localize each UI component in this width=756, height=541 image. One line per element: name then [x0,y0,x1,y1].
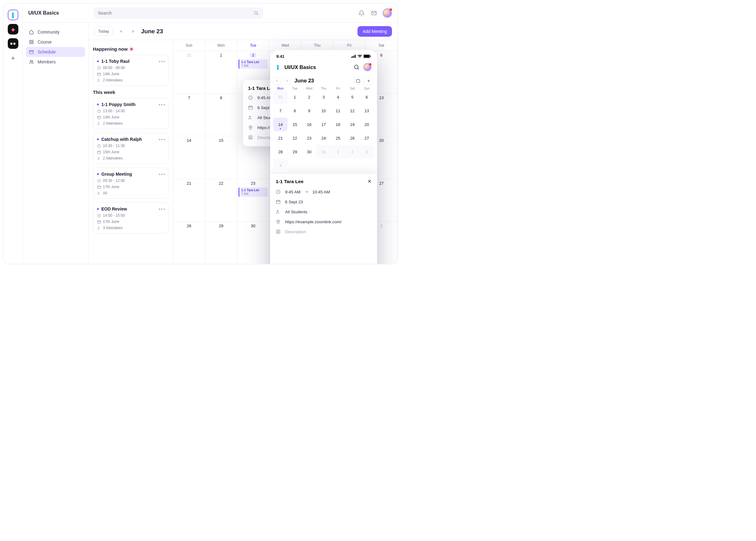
mobile-prev-month[interactable] [273,77,281,85]
text-icon [276,229,281,234]
mobile-day-cell[interactable]: 3 [316,90,331,104]
mobile-day-cell[interactable]: 1 [287,90,302,104]
mobile-day-cell[interactable]: 8 [287,104,302,118]
svg-point-40 [277,210,278,212]
day-cell[interactable]: 8 [205,93,237,136]
mobile-day-cell[interactable]: 31 [273,90,287,104]
mobile-day-cell[interactable]: 22 [287,131,302,145]
mobile-day-cell[interactable]: 29 [287,145,302,159]
mobile-day-cell[interactable]: 30 [302,145,316,159]
mobile-day-cell[interactable]: 25 [331,131,345,145]
mobile-day-cell[interactable]: 17 [316,118,331,131]
day-cell[interactable]: 22 [205,179,237,222]
mobile-day-cell[interactable]: 7 [273,104,287,118]
mobile-day-cell[interactable]: 10 [316,104,331,118]
more-icon[interactable]: ••• [159,137,166,142]
mobile-add-button[interactable] [365,77,373,85]
dow-header: Sun [173,40,205,51]
event-card[interactable]: ••• Catchup with Ralph 10:30 - 11:30 15t… [93,133,169,164]
search-input-wrap[interactable] [94,7,263,19]
more-icon[interactable]: ••• [159,102,166,108]
svg-rect-2 [30,40,31,42]
mobile-dow: Sun [360,87,374,90]
inbox-icon[interactable] [370,9,378,17]
day-cell[interactable]: 1 [205,51,237,93]
next-month-button[interactable] [129,28,137,35]
app-icon-current[interactable]: ❚ [8,10,18,20]
mobile-day-cell[interactable]: 6 [360,90,374,104]
search-input[interactable] [98,11,251,16]
mobile-day-cell[interactable]: 15 [287,118,302,131]
notifications-icon[interactable] [358,9,365,17]
today-button[interactable]: Today [94,27,113,36]
svg-rect-34 [364,55,370,58]
mobile-day-cell[interactable]: 20 [360,118,374,131]
more-icon[interactable]: ••• [159,59,166,64]
header: UI/UX Basics [23,3,398,23]
day-cell[interactable]: 15 [205,136,237,179]
mobile-day-cell[interactable]: 19 [345,118,359,131]
day-cell[interactable]: 30 [237,222,269,264]
mobile-day-cell[interactable]: 2 [345,145,359,159]
day-cell[interactable]: 14 [173,136,205,179]
mobile-day-cell[interactable]: 21 [273,131,287,145]
mobile-day-cell[interactable]: 13 [360,104,374,118]
clock-icon [276,189,281,194]
mobile-day-cell[interactable]: 28 [273,145,287,159]
mobile-day-cell[interactable]: 2 [302,90,316,104]
event-card[interactable]: ••• EOD Review 14:00 - 15:00 17th June 3… [93,203,169,234]
users-icon [276,209,281,214]
mobile-detail-title: 1-1 Tara Lee [276,179,303,184]
svg-point-36 [354,65,358,69]
mobile-day-cell[interactable]: 11 [331,104,345,118]
avatar[interactable] [363,63,371,71]
event-card[interactable]: ••• 1-1 Poppy Smith 13:00 - 14:00 14th J… [93,98,169,129]
mobile-day-cell[interactable]: 1 [331,145,345,159]
mobile-today-button[interactable] [354,77,362,85]
add-meeting-button[interactable]: Add Meeting [357,26,392,37]
mobile-day-cell[interactable]: 23 [302,131,316,145]
mobile-day-cell[interactable]: 31 [316,145,331,159]
day-cell[interactable]: 231-1 Tara Lee7 AM [237,179,269,222]
mobile-day-cell[interactable]: 5 [345,90,359,104]
mobile-day-cell[interactable]: 4 [331,90,345,104]
prev-month-button[interactable] [118,28,125,35]
close-icon[interactable]: ✕ [367,179,371,184]
mobile-day-cell[interactable]: 4 [273,159,287,172]
svg-rect-30 [352,56,353,58]
mobile-day-cell[interactable]: 26 [345,131,359,145]
app-icon-2[interactable]: ◆ [8,24,18,35]
day-cell[interactable]: 7 [173,93,205,136]
mobile-dow: Fri [331,87,345,90]
app-icon-3[interactable]: ●● [8,38,18,49]
event-card[interactable]: ••• Group Meeting 09:30 - 12:00 17th Jun… [93,168,169,199]
nav-schedule[interactable]: Schedule [26,47,85,57]
mobile-day-cell[interactable]: 18 [331,118,345,131]
event-chip[interactable]: 1-1 Tara Lee7 AM [238,59,268,69]
app-logo-icon: ❚ [276,64,282,70]
add-app-button[interactable]: ＋ [10,54,16,62]
more-icon[interactable]: ••• [159,207,166,212]
mobile-day-cell[interactable]: 16 [302,118,316,131]
day-cell[interactable]: 21 [173,179,205,222]
mobile-day-cell[interactable]: 14 [273,118,287,131]
nav-community[interactable]: Community [26,27,85,37]
nav-members[interactable]: Members [26,57,85,67]
nav-course[interactable]: Course [26,37,85,47]
day-cell[interactable]: 31 [173,51,205,93]
day-cell[interactable]: 28 [173,222,205,264]
day-cell[interactable]: 29 [205,222,237,264]
mobile-day-cell[interactable]: 24 [316,131,331,145]
mobile-day-cell[interactable]: 9 [302,104,316,118]
mobile-day-cell[interactable]: 27 [360,131,374,145]
mobile-day-cell[interactable]: 3 [360,145,374,159]
mobile-day-cell[interactable]: 12 [345,104,359,118]
mobile-next-month[interactable] [283,77,291,85]
more-icon[interactable]: ••• [159,172,166,177]
avatar[interactable] [383,8,392,18]
svg-rect-29 [351,57,352,58]
search-icon[interactable] [353,64,360,70]
event-card[interactable]: ••• 1-1 Toby Raul 08:00 - 09:00 14th Jun… [93,55,169,86]
event-chip[interactable]: 1-1 Tara Lee7 AM [238,188,268,197]
users-icon [29,59,35,64]
